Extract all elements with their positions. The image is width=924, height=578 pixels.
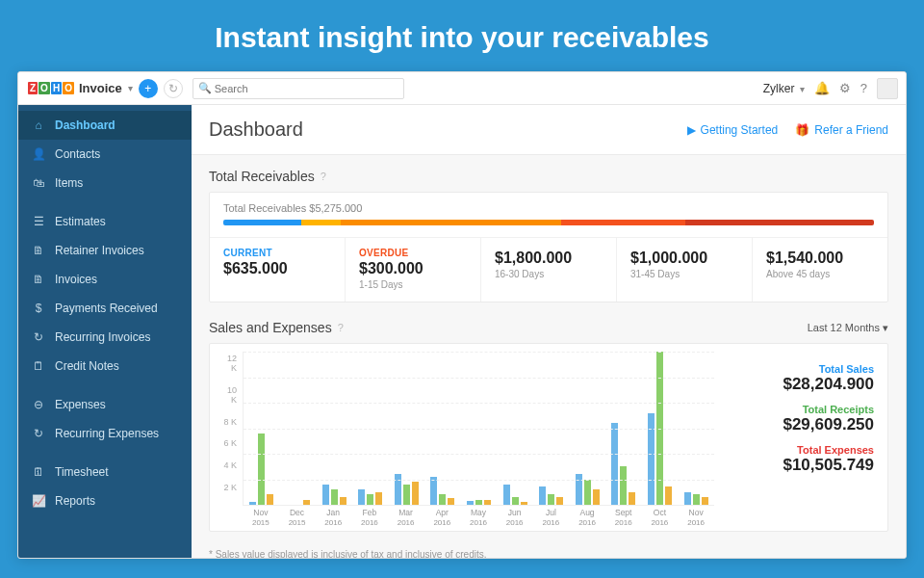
x-tick: Jan2016 <box>315 506 351 527</box>
avatar[interactable] <box>877 78 898 99</box>
aging-segment <box>341 220 562 225</box>
bar-expenses <box>521 502 527 505</box>
bar-sales <box>467 501 474 505</box>
page-header: Dashboard ▶Getting Started 🎁Refer a Frie… <box>192 105 906 155</box>
aging-segment <box>223 220 301 225</box>
topbar: ZOHO Invoice ▾ + ↻ 🔍 Zylker ▾ 🔔 ⚙ ? <box>18 72 906 105</box>
sidebar-item-recurring-expenses[interactable]: ↻Recurring Expenses <box>18 419 192 448</box>
items-icon: 🛍 <box>32 176 45 190</box>
search-input[interactable] <box>192 78 404 99</box>
x-tick: Feb2016 <box>351 506 388 527</box>
bar-receipts <box>331 489 338 505</box>
bar-receipts <box>439 494 446 505</box>
x-tick: May2016 <box>460 506 497 527</box>
bar-expenses <box>375 492 382 505</box>
bar-sales <box>539 486 546 505</box>
sidebar-item-contacts[interactable]: 👤Contacts <box>18 140 192 169</box>
bucket-range: 31-45 Days <box>630 269 738 279</box>
receivables-bucket: CURRENT$635.000 <box>210 238 346 302</box>
bar-receipts <box>548 494 554 505</box>
bucket-amount: $635.000 <box>223 260 331 277</box>
bucket-range: Above 45 days <box>766 269 874 279</box>
main-content: Dashboard ▶Getting Started 🎁Refer a Frie… <box>192 105 906 558</box>
zoho-logo: ZOHO <box>28 82 75 94</box>
x-tick: Oct2016 <box>642 506 679 527</box>
bucket-range: 1-15 Days <box>359 279 467 290</box>
sidebar-item-items[interactable]: 🛍Items <box>18 169 192 197</box>
bar-receipts <box>367 494 373 505</box>
sidebar-item-timesheet[interactable]: 🗓Timesheet <box>18 458 192 486</box>
sidebar-item-label: Items <box>55 176 83 190</box>
bucket-amount: $1,800.000 <box>495 250 603 267</box>
chevron-down-icon: ▾ <box>128 83 133 93</box>
sidebar-item-estimates[interactable]: ☰Estimates <box>18 207 192 236</box>
receivables-bucket: $1,000.00031-45 Days <box>617 238 753 302</box>
settings-icon[interactable]: ⚙ <box>839 81 851 95</box>
y-tick: 2 K <box>219 483 237 492</box>
bar-sales <box>648 413 654 505</box>
reports-icon: 📈 <box>32 494 45 508</box>
sidebar-item-label: Reports <box>55 494 95 508</box>
sales-expenses-card: 12 K10 K8 K6 K4 K2 K Nov2015Dec2015Jan20… <box>209 343 888 532</box>
product-switcher[interactable]: ZOHO Invoice ▾ <box>26 81 133 95</box>
x-tick: Jun2016 <box>497 506 533 527</box>
y-tick: 10 K <box>219 385 237 405</box>
global-search: 🔍 <box>192 78 404 99</box>
bucket-amount: $1,000.000 <box>630 250 738 267</box>
sidebar-item-label: Credit Notes <box>55 359 119 373</box>
bar-expenses <box>340 497 346 505</box>
sidebar-item-reports[interactable]: 📈Reports <box>18 486 192 515</box>
date-range-selector[interactable]: Last 12 Months ▾ <box>808 322 888 334</box>
bar-sales <box>358 489 365 505</box>
bar-receipts <box>512 497 519 505</box>
aging-segment <box>685 220 874 225</box>
org-switcher[interactable]: Zylker ▾ <box>763 82 805 95</box>
refer-friend-link[interactable]: 🎁Refer a Friend <box>795 123 888 137</box>
bar-expenses <box>412 482 419 505</box>
bar-sales <box>503 485 510 505</box>
receivables-total-label: Total Receivables $5,275.000 <box>210 193 887 220</box>
sidebar-item-expenses[interactable]: ⊖Expenses <box>18 390 192 419</box>
bar-expenses <box>629 492 635 505</box>
gift-icon: 🎁 <box>795 123 809 137</box>
sidebar-item-label: Timesheet <box>55 465 109 479</box>
sidebar-item-payments-received[interactable]: $Payments Received <box>18 294 192 323</box>
help-icon[interactable]: ? <box>338 322 344 333</box>
app-window: ZOHO Invoice ▾ + ↻ 🔍 Zylker ▾ 🔔 ⚙ ? ⌂Das… <box>17 71 907 559</box>
help-icon[interactable]: ? <box>321 171 326 182</box>
total-receipts-label: Total Receipts <box>728 404 874 415</box>
bar-expenses <box>448 498 454 505</box>
sidebar-item-dashboard[interactable]: ⌂Dashboard <box>18 111 192 140</box>
receivables-bucket: $1,800.00016-30 Days <box>481 238 617 302</box>
hero-title: Instant insight into your receivables <box>0 0 924 71</box>
getting-started-link[interactable]: ▶Getting Started <box>687 123 779 137</box>
total-receipts-value: $29,609.250 <box>728 415 874 434</box>
total-expenses-label: Total Expenses <box>728 444 874 456</box>
sales-expenses-totals: Total Sales $28,204.900 Total Receipts $… <box>714 344 887 531</box>
help-icon[interactable]: ? <box>860 81 867 95</box>
quick-add-button[interactable]: + <box>139 79 158 98</box>
timesheet-icon: 🗓 <box>32 465 45 479</box>
bucket-amount: $300.000 <box>359 260 467 277</box>
receivables-bucket: OVERDUE$300.0001-15 Days <box>346 238 481 302</box>
sidebar-item-label: Expenses <box>55 398 106 411</box>
bar-receipts <box>403 485 410 505</box>
bar-receipts <box>584 480 591 506</box>
total-sales-label: Total Sales <box>728 363 874 375</box>
sidebar-item-label: Invoices <box>55 273 97 286</box>
notifications-icon[interactable]: 🔔 <box>814 81 830 95</box>
sidebar-item-invoices[interactable]: 🗎Invoices <box>18 265 192 294</box>
sidebar-item-retainer-invoices[interactable]: 🗎Retainer Invoices <box>18 236 192 265</box>
sidebar-item-label: Dashboard <box>55 118 116 132</box>
bucket-label: CURRENT <box>223 248 331 258</box>
sidebar-item-label: Contacts <box>55 147 100 161</box>
contacts-icon: 👤 <box>32 147 45 161</box>
sidebar-item-label: Retainer Invoices <box>55 244 144 257</box>
play-icon: ▶ <box>687 123 696 137</box>
bar-sales <box>684 492 691 505</box>
sidebar-item-recurring-invoices[interactable]: ↻Recurring Invoices <box>18 323 192 352</box>
x-tick: Aug2016 <box>569 506 605 527</box>
sidebar-item-credit-notes[interactable]: 🗒Credit Notes <box>18 352 192 381</box>
bar-receipts <box>475 500 482 505</box>
recent-activity-button[interactable]: ↻ <box>164 79 183 98</box>
